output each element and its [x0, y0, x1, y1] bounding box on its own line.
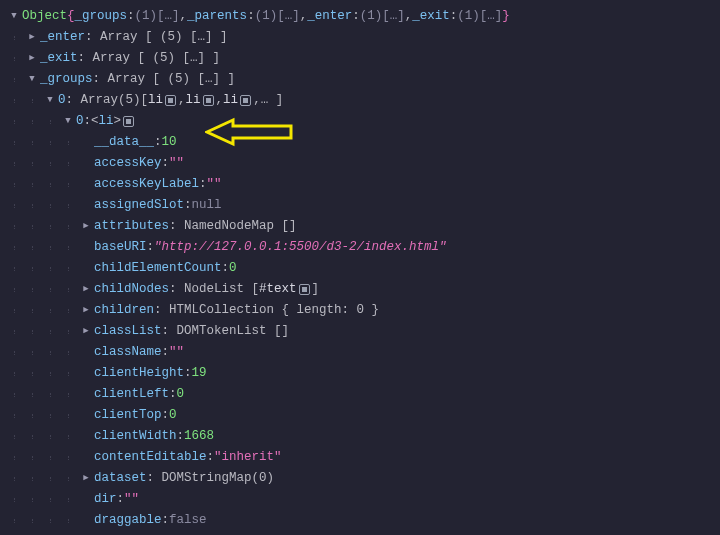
tree-row[interactable]: clientWidth: 1668 [8, 426, 712, 447]
prop-key: classList [94, 321, 162, 342]
twist-down-icon[interactable]: ▼ [8, 6, 20, 27]
tree-body: ▶_enter: Array [ (5) […] ]▶_exit: Array … [8, 27, 712, 535]
prop-key: _enter [40, 27, 85, 48]
twist-down-icon[interactable]: ▼ [26, 69, 38, 90]
tree-row[interactable]: ▶dataset: DOMStringMap(0) [8, 468, 712, 489]
prop-value: "http://127.0.0.1:5500/d3-2/index.html" [154, 237, 447, 258]
brace-close: } [502, 6, 510, 27]
twist-none [80, 342, 92, 363]
prop-value: "" [192, 531, 207, 535]
twist-right-icon[interactable]: ▶ [26, 27, 38, 48]
tree-row[interactable]: __data__: 10 [8, 132, 712, 153]
tree-row[interactable]: ▼_groups: Array [ (5) […] ] [8, 69, 712, 90]
tree-row[interactable]: ▶attributes: NamedNodeMap [] [8, 216, 712, 237]
tree-row[interactable]: draggable: false [8, 510, 712, 531]
twist-right-icon[interactable]: ▶ [80, 300, 92, 321]
twist-none [80, 237, 92, 258]
twist-none [80, 510, 92, 531]
tree-row[interactable]: ▶classList: DOMTokenList [] [8, 321, 712, 342]
prop-key: clientLeft [94, 384, 169, 405]
twist-none [80, 153, 92, 174]
twist-right-icon[interactable]: ▶ [80, 468, 92, 489]
prop-value: "" [124, 489, 139, 510]
node-target-icon[interactable] [165, 95, 176, 106]
prop-value: "" [207, 174, 222, 195]
tree-row[interactable]: ▶_exit: Array [ (5) […] ] [8, 48, 712, 69]
prop-value: "inherit" [214, 447, 282, 468]
prop-value: 19 [192, 363, 207, 384]
li-label: li [186, 90, 201, 111]
node-target-icon[interactable] [203, 95, 214, 106]
tree-row[interactable]: ▼0: Array(5) [ li , li , li , … ] [8, 90, 712, 111]
node-target-icon[interactable] [299, 284, 310, 295]
prop-value: 0 [229, 258, 237, 279]
hdr-groups-count: (1) [135, 6, 158, 27]
ellipsis: […] [157, 6, 180, 27]
prop-value: null [192, 195, 222, 216]
prop-key: dir [94, 489, 117, 510]
prop-value: "" [169, 342, 184, 363]
tree-row[interactable]: clientTop: 0 [8, 405, 712, 426]
tree-row[interactable]: dir: "" [8, 489, 712, 510]
node-target-icon[interactable] [240, 95, 251, 106]
twist-right-icon[interactable]: ▶ [80, 216, 92, 237]
hdr-exit-key: _exit [412, 6, 450, 27]
tree-row[interactable]: assignedSlot: null [8, 195, 712, 216]
twist-down-icon[interactable]: ▼ [44, 90, 56, 111]
prop-key: _groups [40, 69, 93, 90]
twist-none [80, 363, 92, 384]
object-header-row[interactable]: ▼ Object { _groups: (1) […] , _parents: … [8, 6, 712, 27]
twist-none [80, 405, 92, 426]
prop-key: childNodes [94, 279, 169, 300]
prop-key: draggable [94, 510, 162, 531]
twist-none [80, 195, 92, 216]
prop-key: assignedSlot [94, 195, 184, 216]
tree-row[interactable]: accessKey: "" [8, 153, 712, 174]
prop-key: accessKey [94, 153, 162, 174]
object-label: Object [22, 6, 67, 27]
prop-key: 0 [58, 90, 66, 111]
tree-row[interactable]: baseURI: "http://127.0.0.1:5500/d3-2/ind… [8, 237, 712, 258]
twist-none [80, 531, 92, 535]
tree-row[interactable]: childElementCount: 0 [8, 258, 712, 279]
li-label: li [223, 90, 238, 111]
twist-down-icon[interactable]: ▼ [62, 111, 74, 132]
prop-value: 0 [177, 384, 185, 405]
tree-row[interactable]: className: "" [8, 342, 712, 363]
tag-name: li [99, 111, 114, 132]
tree-row[interactable]: clientHeight: 19 [8, 363, 712, 384]
tree-row[interactable]: ▼0: <li> [8, 111, 712, 132]
tree-row[interactable]: accessKeyLabel: "" [8, 174, 712, 195]
twist-right-icon[interactable]: ▶ [80, 279, 92, 300]
prop-key: clientWidth [94, 426, 177, 447]
prop-key: childElementCount [94, 258, 222, 279]
prop-key: 0 [76, 111, 84, 132]
tree-row[interactable]: ▶childNodes: NodeList [ #text ] [8, 279, 712, 300]
hdr-parents-count: (1) [255, 6, 278, 27]
twist-none [80, 132, 92, 153]
text-node-label: #text [259, 279, 297, 300]
hdr-groups-key: _groups [75, 6, 128, 27]
prop-key: enterKeyHint [94, 531, 184, 535]
prop-key: className [94, 342, 162, 363]
tree-row[interactable]: clientLeft: 0 [8, 384, 712, 405]
twist-none [80, 174, 92, 195]
prop-key: contentEditable [94, 447, 207, 468]
tree-row[interactable]: contentEditable: "inherit" [8, 447, 712, 468]
twist-none [80, 489, 92, 510]
prop-key: attributes [94, 216, 169, 237]
tree-row[interactable]: ▶children: HTMLCollection { length: 0 } [8, 300, 712, 321]
tree-row[interactable]: ▶_enter: Array [ (5) […] ] [8, 27, 712, 48]
twist-none [80, 258, 92, 279]
prop-key: _exit [40, 48, 78, 69]
prop-value: 10 [162, 132, 177, 153]
node-target-icon[interactable] [123, 116, 134, 127]
prop-key: children [94, 300, 154, 321]
twist-right-icon[interactable]: ▶ [80, 321, 92, 342]
prop-value: false [169, 510, 207, 531]
li-label: li [148, 90, 163, 111]
twist-none [80, 426, 92, 447]
tree-row[interactable]: enterKeyHint: "" [8, 531, 712, 535]
prop-value: "" [169, 153, 184, 174]
twist-right-icon[interactable]: ▶ [26, 48, 38, 69]
